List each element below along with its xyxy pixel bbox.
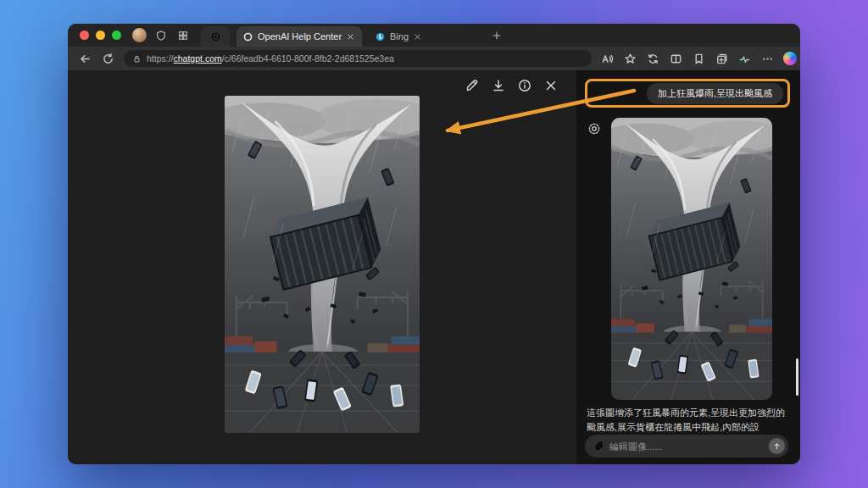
tab-close-icon[interactable] bbox=[414, 33, 421, 41]
desktop-background: OpenAI Help Center Bing bbox=[0, 0, 868, 488]
assistant-caption-text: 這張圖增添了狂風暴雨的元素,呈現出更加強烈的颱風感,展示貨櫃在龍捲風中飛起,內部… bbox=[585, 406, 788, 435]
address-bar[interactable]: https://chatgpt.com/c/66feadb4-6610-800f… bbox=[124, 50, 592, 67]
viewer-toolbar bbox=[465, 79, 558, 92]
more-options-icon[interactable] bbox=[760, 52, 774, 65]
attachment-paperclip-icon[interactable] bbox=[593, 441, 604, 452]
prompt-highlight-annotation: 加上狂風爆雨,呈現出颱風感 bbox=[585, 79, 790, 108]
new-tab-button[interactable] bbox=[487, 26, 506, 45]
edit-image-input-bar bbox=[585, 435, 788, 458]
window-close-button[interactable] bbox=[80, 30, 89, 40]
browser-toolbar: https://chatgpt.com/c/66feadb4-6610-800f… bbox=[68, 47, 800, 70]
tab-close-icon[interactable] bbox=[347, 33, 354, 41]
lock-icon bbox=[132, 54, 142, 64]
gear-icon[interactable] bbox=[585, 119, 604, 138]
profile-avatar[interactable] bbox=[132, 28, 147, 42]
download-icon[interactable] bbox=[492, 79, 505, 92]
generated-image-large bbox=[225, 96, 420, 433]
url-path: /c/66feadb4-6610-800f-8fb2-2d681525e3ea bbox=[222, 53, 394, 64]
add-favorite-star-icon[interactable] bbox=[623, 52, 637, 65]
browser-essentials-icon[interactable] bbox=[737, 52, 751, 65]
pinned-tab[interactable] bbox=[201, 26, 230, 47]
tab-openai-help-center[interactable]: OpenAI Help Center bbox=[236, 26, 362, 47]
back-icon[interactable] bbox=[78, 52, 92, 66]
page-content: 加上狂風爆雨,呈現出颱風感 這張圖增添了狂風暴雨的元素,呈現出更加強烈的颱風感,… bbox=[68, 70, 800, 464]
openai-favicon-icon bbox=[243, 32, 253, 42]
tab-label: Bing bbox=[390, 31, 409, 42]
favorites-bar-icon[interactable] bbox=[692, 52, 705, 65]
shield-icon[interactable] bbox=[153, 28, 169, 43]
toolbar-right-icons bbox=[600, 52, 797, 65]
url-scheme: https:// bbox=[147, 53, 174, 64]
generated-image-thumbnail[interactable] bbox=[611, 118, 772, 400]
refresh-icon[interactable] bbox=[101, 52, 115, 66]
window-minimize-button[interactable] bbox=[96, 30, 105, 40]
panel-scrollbar[interactable] bbox=[796, 358, 798, 396]
split-screen-icon[interactable] bbox=[669, 52, 682, 65]
user-prompt-bubble: 加上狂風爆雨,呈現出颱風感 bbox=[647, 83, 783, 104]
message-row bbox=[585, 118, 790, 400]
browser-window: OpenAI Help Center Bing bbox=[68, 24, 800, 464]
image-viewer bbox=[68, 70, 576, 464]
tab-strip: OpenAI Help Center Bing bbox=[68, 24, 800, 47]
close-icon[interactable] bbox=[544, 79, 558, 92]
url-domain: chatgpt.com bbox=[174, 53, 222, 64]
grid-icon[interactable] bbox=[175, 28, 191, 43]
sync-icon[interactable] bbox=[646, 52, 659, 65]
edit-select-icon[interactable] bbox=[465, 79, 479, 92]
collections-plus-icon[interactable] bbox=[715, 52, 728, 65]
info-icon[interactable] bbox=[518, 79, 531, 92]
pinned-tab-favicon-icon bbox=[210, 31, 221, 42]
read-aloud-icon[interactable] bbox=[600, 52, 614, 65]
tab-label: OpenAI Help Center bbox=[258, 31, 342, 42]
url-text: https://chatgpt.com/c/66feadb4-6610-800f… bbox=[147, 53, 394, 64]
window-zoom-button[interactable] bbox=[112, 30, 121, 40]
copilot-icon[interactable] bbox=[783, 52, 797, 65]
bing-favicon-icon bbox=[376, 32, 385, 42]
chat-side-panel: 加上狂風爆雨,呈現出颱風感 這張圖增添了狂風暴雨的元素,呈現出更加強烈的颱風感,… bbox=[576, 70, 800, 464]
tab-bing[interactable]: Bing bbox=[369, 26, 481, 47]
edit-image-input[interactable] bbox=[609, 441, 764, 452]
send-button[interactable] bbox=[769, 438, 785, 454]
